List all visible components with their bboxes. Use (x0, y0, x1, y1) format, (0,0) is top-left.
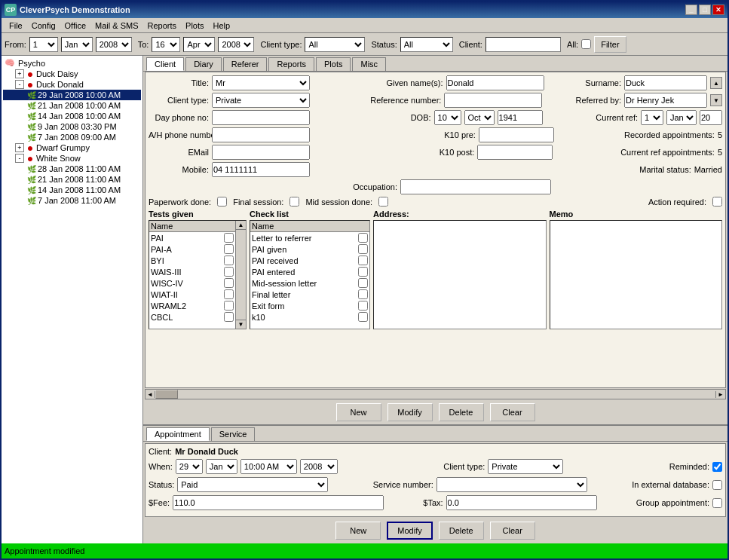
email-input[interactable] (212, 145, 310, 160)
test-check-pai[interactable] (224, 233, 234, 243)
test-check-wraml[interactable] (224, 301, 234, 311)
address-textarea[interactable] (373, 220, 547, 329)
check-exit-form[interactable] (358, 301, 368, 311)
client-delete-button[interactable]: Delete (439, 403, 484, 421)
in-ext-db-checkbox[interactable] (712, 480, 722, 490)
current-ref-month-select[interactable]: Jan (666, 110, 697, 125)
appt-status-select[interactable]: PaidBookedCancelled (177, 477, 328, 492)
appt-new-button[interactable]: New (335, 522, 381, 540)
filter-button[interactable]: Filter (594, 36, 626, 53)
to-day-select[interactable]: 16 (152, 37, 180, 52)
day-phone-input[interactable] (212, 110, 310, 125)
hscroll-right-arrow[interactable]: ► (715, 391, 725, 398)
final-session-checkbox[interactable] (289, 197, 299, 207)
from-month-select[interactable]: JanApr (61, 37, 93, 52)
current-ref-num-select[interactable]: 1 (641, 110, 663, 125)
reminded-checkbox[interactable] (712, 462, 722, 472)
mid-session-done-checkbox[interactable] (378, 197, 388, 207)
tree-item-snow-appt-3[interactable]: 🌿 14 Jan 2008 11:00 AM (3, 185, 141, 195)
from-day-select[interactable]: 12714 (29, 37, 58, 52)
tab-appointment[interactable]: Appointment (146, 427, 210, 441)
tree-item-psycho[interactable]: 🧠 Psycho (3, 57, 141, 69)
menu-file[interactable]: File (5, 20, 27, 32)
current-ref-year-input[interactable] (700, 110, 722, 125)
tax-input[interactable] (446, 495, 597, 510)
memo-textarea[interactable] (550, 220, 723, 329)
tab-service[interactable]: Service (211, 427, 256, 441)
check-pai-given[interactable] (358, 244, 368, 254)
paperwork-done-checkbox[interactable] (217, 197, 227, 207)
title-select[interactable]: MrMrsMsDr (212, 75, 310, 90)
check-k10[interactable] (358, 312, 368, 322)
tree-item-dwarf-grumpy[interactable]: + ● Dwarf Grumpy (3, 142, 141, 153)
tree-item-snow-appt-1[interactable]: 🌿 28 Jan 2008 11:00 AM (3, 164, 141, 174)
menu-mail-sms[interactable]: Mail & SMS (90, 20, 142, 32)
all-checkbox[interactable] (581, 39, 591, 49)
maximize-button[interactable]: □ (699, 5, 711, 15)
client-type-toolbar-select[interactable]: AllPrivate (305, 37, 365, 52)
client-type-form-select[interactable]: PrivateMedicareDVA (212, 93, 310, 108)
appt-month-select[interactable]: Jan (206, 459, 237, 474)
status-toolbar-select[interactable]: AllPaid (400, 37, 453, 52)
menu-help[interactable]: Help (209, 20, 235, 32)
dob-day-select[interactable]: 10 (434, 110, 461, 125)
service-number-select[interactable] (436, 477, 587, 492)
k10-post-input[interactable] (477, 145, 553, 160)
main-hscrollbar[interactable]: ◄ ► (145, 389, 726, 399)
appt-time-select[interactable]: 10:00 AM (240, 459, 297, 474)
appt-delete-button[interactable]: Delete (439, 522, 484, 540)
fee-input[interactable] (173, 495, 384, 510)
tree-item-appt-4[interactable]: 🌿 9 Jan 2008 03:30 PM (3, 121, 141, 132)
check-mid-session[interactable] (358, 278, 368, 288)
check-pai-entered[interactable] (358, 267, 368, 277)
test-check-wisc[interactable] (224, 278, 234, 288)
action-required-checkbox[interactable] (712, 197, 722, 207)
appt-day-select[interactable]: 29 (176, 459, 203, 474)
client-clear-button[interactable]: Clear (490, 403, 535, 421)
tab-referer[interactable]: Referer (223, 57, 268, 71)
tree-item-appt-3[interactable]: 🌿 14 Jan 2008 10:00 AM (3, 111, 141, 121)
client-modify-button[interactable]: Modify (387, 403, 433, 421)
dob-month-select[interactable]: Oct (464, 110, 495, 125)
expand-snow-icon[interactable]: - (15, 154, 24, 163)
reference-number-input[interactable] (444, 93, 542, 108)
tab-client[interactable]: Client (146, 57, 184, 71)
menu-plots[interactable]: Plots (181, 20, 208, 32)
tree-item-appt-5[interactable]: 🌿 7 Jan 2008 09:00 AM (3, 132, 141, 142)
given-names-input[interactable] (446, 75, 544, 90)
to-month-select[interactable]: Apr (183, 37, 215, 52)
client-new-button[interactable]: New (336, 403, 381, 421)
test-check-cbcl[interactable] (224, 312, 234, 322)
surname-input[interactable] (624, 75, 707, 90)
appt-clear-button[interactable]: Clear (490, 522, 535, 540)
hscroll-left-arrow[interactable]: ◄ (145, 391, 155, 398)
tree-item-duck-daisy[interactable]: + ● Duck Daisy (3, 69, 141, 79)
check-final-letter[interactable] (358, 289, 368, 299)
tree-item-duck-donald[interactable]: - ● Duck Donald (3, 79, 141, 90)
tab-misc[interactable]: Misc (352, 57, 386, 71)
tree-item-appt-1[interactable]: 🌿 29 Jan 2008 10:00 AM (3, 90, 141, 100)
tests-scroll-up[interactable]: ▲ (236, 221, 246, 230)
hscroll-thumb[interactable] (155, 390, 178, 399)
tree-item-white-snow[interactable]: - ● White Snow (3, 153, 141, 164)
from-year-select[interactable]: 2008 (96, 37, 132, 52)
surname-scroll-up[interactable]: ▲ (710, 77, 722, 89)
menu-config[interactable]: Config (27, 20, 60, 32)
tab-plots[interactable]: Plots (316, 57, 351, 71)
menu-reports[interactable]: Reports (143, 20, 182, 32)
appt-year-select[interactable]: 2008 (300, 459, 338, 474)
ah-phone-input[interactable] (212, 127, 310, 142)
test-check-pai-a[interactable] (224, 244, 234, 254)
minimize-button[interactable]: _ (685, 5, 697, 15)
tab-diary[interactable]: Diary (185, 57, 222, 71)
group-appt-checkbox[interactable] (712, 498, 722, 508)
tab-reports[interactable]: Reports (268, 57, 314, 71)
menu-office[interactable]: Office (60, 20, 91, 32)
k10-pre-input[interactable] (479, 127, 554, 142)
appt-client-type-select[interactable]: Private (488, 459, 563, 474)
tests-scroll-down[interactable]: ▼ (236, 320, 246, 329)
occupation-input[interactable] (400, 179, 551, 194)
referral-scroll-down[interactable]: ▼ (710, 94, 722, 106)
client-toolbar-input[interactable] (485, 37, 561, 52)
dob-year-input[interactable] (498, 110, 543, 125)
